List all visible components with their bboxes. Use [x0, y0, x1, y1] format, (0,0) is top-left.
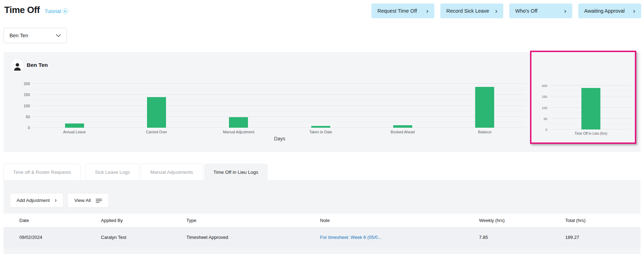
- chevron-right-icon: ›: [564, 7, 566, 14]
- bar-time-off-in-lieu-hrs-[interactable]: [581, 88, 600, 129]
- bar-booked-ahead[interactable]: [393, 125, 412, 128]
- category-label: Booked Ahead: [362, 130, 444, 134]
- employee-name: Ben Ten: [27, 62, 48, 68]
- tab-time-off-in-lieu-logs[interactable]: Time Off in Lieu Logs: [204, 164, 268, 180]
- person-icon: [13, 62, 22, 71]
- bar-column: [280, 84, 362, 128]
- y-tick-label: 50: [543, 116, 547, 120]
- category-label: Carried Over: [115, 130, 197, 134]
- tab-sick-leave-logs[interactable]: Sick Leave Logs: [85, 164, 139, 180]
- column-header-type: Type: [186, 218, 320, 223]
- category-label: Taken to Date: [280, 130, 362, 134]
- bar-column: [33, 84, 115, 128]
- cell-applied_by: Caralyn Test: [101, 235, 186, 240]
- note-link[interactable]: For timesheet: Week 6 (05/0...: [320, 235, 382, 240]
- logs-panel: Add Adjustment › View All DateApplied By…: [4, 180, 640, 254]
- cell-total_hrs: 189.27: [565, 235, 640, 240]
- header-action-awaiting-approval[interactable]: Awaiting Approval›: [578, 4, 641, 18]
- chevron-down-icon: [56, 34, 61, 37]
- add-adjustment-label: Add Adjustment: [17, 198, 50, 203]
- logs-toolbar: Add Adjustment › View All: [10, 193, 109, 208]
- view-all-label: View All: [74, 198, 91, 203]
- y-tick-label: 100: [24, 104, 30, 108]
- column-header-weekly_hrs: Weekly (hrs): [479, 218, 565, 223]
- cell-note: For timesheet: Week 6 (05/0...: [320, 235, 479, 240]
- cell-weekly_hrs: 7.85: [479, 235, 565, 240]
- avatar: [11, 59, 24, 71]
- header-action-record-sick-leave[interactable]: Record Sick Leave›: [440, 4, 503, 18]
- category-label: Time Off in Lieu (hrs): [551, 132, 631, 135]
- filter-list-icon: [96, 198, 102, 203]
- column-header-total_hrs: Total (hrs): [565, 218, 640, 223]
- y-tick-label: 150: [542, 95, 547, 99]
- tutorial-link[interactable]: Tutorial: [45, 8, 68, 14]
- chart-xaxis-title: Days: [33, 136, 526, 141]
- toil-highlight-box: 050100150200Time Off in Lieu (hrs): [530, 51, 636, 144]
- column-header-date: Date: [19, 218, 101, 223]
- category-label: Balance: [444, 130, 526, 134]
- bar-balance[interactable]: [475, 87, 494, 128]
- employee-select[interactable]: Ben Ten: [4, 28, 67, 43]
- header-action-who-s-off[interactable]: Who's Off›: [509, 4, 572, 18]
- column-header-note: Note: [320, 218, 479, 223]
- table-header-row: DateApplied ByTypeNoteWeekly (hrs)Total …: [4, 214, 640, 227]
- chevron-right-icon: ›: [426, 7, 428, 14]
- cell-type: Timesheet Approved: [186, 235, 320, 240]
- bar-column: [115, 84, 197, 128]
- y-tick-label: 200: [542, 84, 547, 88]
- bar-column: [551, 85, 631, 129]
- toil-logs-table: DateApplied ByTypeNoteWeekly (hrs)Total …: [4, 214, 640, 247]
- y-tick-label: 200: [24, 82, 30, 86]
- tab-manual-adjustments[interactable]: Manual Adjustments: [141, 164, 203, 180]
- bar-column: [362, 84, 444, 128]
- chevron-right-icon: ›: [55, 197, 57, 204]
- page-title: Time Off: [4, 5, 40, 15]
- employee-select-value: Ben Ten: [9, 33, 28, 38]
- category-label: Annual Leave: [33, 130, 115, 134]
- bar-column: [198, 84, 280, 128]
- leave-balance-chart: 050100150200Annual LeaveCarried OverManu…: [33, 84, 526, 128]
- tab-time-off-roster-requests[interactable]: Time off & Roster Requests: [4, 164, 81, 180]
- tutorial-link-label: Tutorial: [45, 8, 61, 14]
- header-action-label: Awaiting Approval: [584, 8, 625, 14]
- y-tick-label: 150: [24, 93, 30, 97]
- tabs: Time off & Roster RequestsSick Leave Log…: [4, 164, 268, 180]
- bar-column: [444, 84, 526, 128]
- employee-summary-panel: Ben Ten 050100150200Annual LeaveCarried …: [4, 52, 640, 152]
- bar-carried-over[interactable]: [147, 97, 166, 128]
- chevron-right-icon: ›: [495, 7, 497, 14]
- y-tick-label: 0: [546, 128, 547, 132]
- header-actions: Request Time Off›Record Sick Leave›Who's…: [371, 4, 641, 18]
- y-tick-label: 100: [542, 106, 547, 109]
- table-body: 09/02/2024Caralyn TestTimesheet Approved…: [4, 227, 640, 247]
- add-adjustment-button[interactable]: Add Adjustment ›: [10, 193, 63, 208]
- view-all-button[interactable]: View All: [68, 193, 109, 208]
- chevron-right-icon: ›: [633, 7, 635, 14]
- bar-annual-leave[interactable]: [65, 123, 84, 128]
- table-row: 09/02/2024Caralyn TestTimesheet Approved…: [4, 227, 640, 247]
- toil-chart: 050100150200Time Off in Lieu (hrs): [551, 85, 631, 129]
- header-action-label: Who's Off: [515, 8, 537, 14]
- header-action-label: Request Time Off: [377, 8, 417, 14]
- category-label: Manual Adjustment: [198, 130, 280, 134]
- cell-date: 09/02/2024: [19, 235, 101, 240]
- bar-taken-to-date[interactable]: [311, 126, 330, 128]
- header-action-label: Record Sick Leave: [446, 8, 489, 14]
- header-action-request-time-off[interactable]: Request Time Off›: [371, 4, 434, 18]
- y-tick-label: 50: [26, 115, 30, 119]
- bar-manual-adjustment[interactable]: [229, 117, 248, 128]
- tutorial-play-icon[interactable]: [63, 8, 68, 14]
- column-header-applied_by: Applied By: [101, 218, 186, 223]
- y-tick-label: 0: [28, 126, 30, 130]
